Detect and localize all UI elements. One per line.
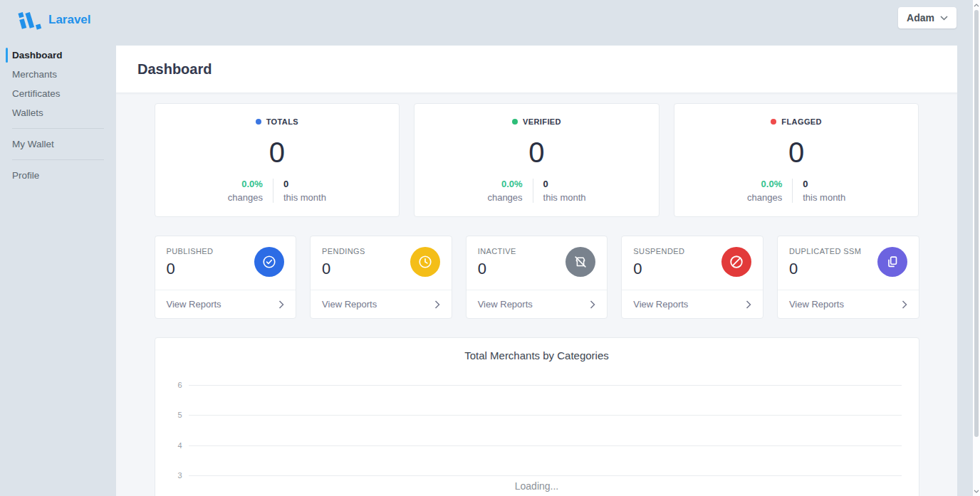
suspended-icon-circle — [721, 247, 751, 277]
chevron-right-icon — [746, 300, 751, 309]
view-reports-link[interactable]: View Reports — [778, 290, 919, 318]
topbar: Laravel Adam — [0, 0, 980, 46]
user-name: Adam — [907, 12, 934, 23]
content: TOTALS 0 0.0% changes 0 this month — [155, 103, 919, 496]
sidebar-item-wallets[interactable]: Wallets — [0, 103, 116, 122]
scroll-up-icon[interactable] — [973, 1, 980, 9]
merchants-chart-card: Total Merchants by Categories 6 5 4 3 — [155, 337, 919, 496]
view-reports-link[interactable]: View Reports — [622, 290, 763, 318]
ban-icon — [729, 254, 744, 270]
summary-card-totals: TOTALS 0 0.0% changes 0 this month — [155, 103, 400, 217]
sidebar-divider — [12, 159, 104, 160]
summary-card-header: VERIFIED — [512, 117, 561, 126]
verified-dot-icon — [512, 119, 518, 125]
laravel-logo-icon — [14, 7, 43, 33]
status-card-label: PENDINGS — [322, 247, 365, 255]
change-label: changes — [747, 192, 782, 203]
chevron-right-icon — [902, 300, 907, 309]
sidebar-item-label: Profile — [12, 170, 39, 181]
brand-name: Laravel — [48, 13, 91, 27]
user-menu-button[interactable]: Adam — [898, 7, 956, 28]
sidebar-item-label: Merchants — [12, 69, 57, 80]
summary-row: TOTALS 0 0.0% changes 0 this month — [155, 103, 919, 217]
grid-line — [189, 415, 902, 416]
copy-icon — [885, 254, 900, 270]
chevron-right-icon — [434, 300, 440, 309]
y-tick-label: 4 — [165, 441, 182, 450]
status-card-value: 0 — [789, 260, 861, 278]
status-card-value: 0 — [633, 260, 684, 278]
chevron-right-icon — [278, 300, 284, 309]
clock-icon — [417, 254, 433, 270]
chart-grid-row: 5 — [165, 411, 902, 419]
sidebar-item-label: Dashboard — [12, 50, 63, 60]
month-value: 0 — [543, 179, 586, 189]
change-label: changes — [487, 192, 522, 203]
sidebar-item-merchants[interactable]: Merchants — [0, 65, 116, 84]
inactive-icon-circle — [565, 247, 595, 277]
grid-line — [189, 445, 902, 446]
flagged-dot-icon — [771, 119, 776, 125]
grid-line — [189, 475, 902, 476]
y-tick-label: 5 — [165, 411, 182, 419]
status-card-inactive: INACTIVE 0 — [466, 236, 608, 319]
summary-card-value: 0 — [269, 138, 285, 167]
scrollbar-thumb[interactable] — [974, 10, 979, 437]
chart-title: Total Merchants by Categories — [155, 338, 919, 362]
chevron-right-icon — [590, 300, 595, 309]
month-label: this month — [543, 192, 586, 203]
status-card-label: INACTIVE — [478, 247, 516, 255]
view-reports-link[interactable]: View Reports — [155, 290, 296, 318]
chart-grid-row: 3 — [165, 471, 902, 480]
sidebar: Dashboard Merchants Certificates Wallets… — [0, 46, 116, 496]
change-percent: 0.0% — [487, 179, 522, 189]
pendings-icon-circle — [410, 247, 440, 277]
summary-card-value: 0 — [528, 138, 544, 167]
summary-card-label: FLAGGED — [781, 117, 822, 126]
month-value: 0 — [803, 179, 845, 189]
brand[interactable]: Laravel — [14, 7, 91, 33]
sidebar-item-dashboard[interactable]: Dashboard — [0, 46, 116, 65]
view-reports-link[interactable]: View Reports — [466, 290, 608, 318]
store-slash-icon — [573, 254, 588, 270]
status-card-pendings: PENDINGS 0 View Reports — [310, 236, 452, 319]
grid-line — [189, 385, 902, 386]
check-circle-icon — [261, 254, 277, 270]
sidebar-item-label: Wallets — [12, 107, 43, 118]
vertical-scrollbar[interactable] — [973, 0, 980, 496]
totals-dot-icon — [256, 119, 261, 125]
summary-card-stats: 0.0% changes 0 this month — [228, 179, 326, 203]
sidebar-item-my-wallet[interactable]: My Wallet — [0, 134, 116, 154]
status-card-published: PUBLISHED 0 View Reports — [155, 236, 297, 319]
sidebar-item-label: Certificates — [12, 88, 61, 99]
y-tick-label: 6 — [165, 381, 182, 389]
status-card-suspended: SUSPENDED 0 View Reports — [621, 236, 763, 319]
sidebar-item-certificates[interactable]: Certificates — [0, 84, 116, 103]
month-label: this month — [283, 192, 326, 203]
summary-card-stats: 0.0% changes 0 this month — [487, 179, 585, 203]
change-percent: 0.0% — [228, 179, 263, 189]
summary-card-header: TOTALS — [256, 117, 298, 126]
y-tick-label: 3 — [165, 471, 182, 480]
status-row: PUBLISHED 0 View Reports — [155, 236, 919, 319]
change-label: changes — [228, 192, 263, 203]
sidebar-item-label: My Wallet — [12, 139, 54, 149]
status-card-value: 0 — [478, 260, 516, 278]
summary-card-label: TOTALS — [266, 117, 298, 126]
chart-loading-text: Loading... — [155, 480, 919, 492]
app-root: Laravel Adam Dashboard Merchants Certifi… — [0, 0, 980, 496]
month-value: 0 — [283, 179, 326, 189]
status-card-value: 0 — [167, 260, 214, 278]
status-card-duplicated-ssm: DUPLICATED SSM 0 — [777, 236, 919, 319]
summary-card-verified: VERIFIED 0 0.0% changes 0 this month — [414, 103, 660, 217]
chevron-down-icon — [940, 16, 948, 21]
scroll-down-icon[interactable] — [973, 487, 980, 495]
sidebar-item-profile[interactable]: Profile — [0, 166, 116, 185]
change-percent: 0.0% — [747, 179, 782, 189]
summary-card-flagged: FLAGGED 0 0.0% changes 0 this month — [674, 103, 919, 217]
page-header: Dashboard — [116, 46, 957, 93]
summary-card-value: 0 — [788, 138, 804, 167]
view-reports-link[interactable]: View Reports — [311, 290, 452, 318]
chart-grid-row: 6 — [165, 381, 902, 389]
status-card-label: DUPLICATED SSM — [789, 247, 861, 255]
